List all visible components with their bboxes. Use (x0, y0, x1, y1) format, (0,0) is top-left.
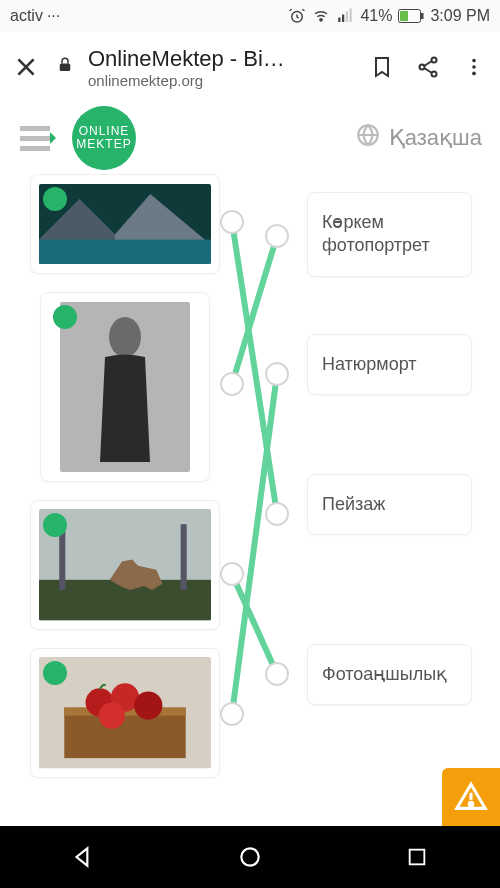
svg-point-14 (472, 65, 476, 69)
match-node-left-1[interactable] (220, 210, 244, 234)
page-title: OnlineMektep - Bi… (88, 46, 352, 72)
carrier-label: activ (10, 7, 43, 25)
battery-icon (398, 9, 424, 23)
match-node-left-4[interactable] (220, 702, 244, 726)
status-more: ··· (47, 7, 60, 25)
svg-point-15 (472, 72, 476, 76)
match-node-left-2[interactable] (220, 372, 244, 396)
warning-button[interactable] (442, 768, 500, 826)
svg-point-41 (99, 703, 125, 729)
signal-icon (336, 7, 354, 25)
svg-rect-33 (59, 530, 65, 591)
page-domain: onlinemektep.org (88, 72, 352, 89)
share-button[interactable] (412, 51, 444, 83)
app-logo[interactable]: ONLINE MEKTEP (72, 106, 136, 170)
language-label: Қазақша (389, 125, 482, 151)
match-label-wildlife[interactable]: Фотоаңшылық (307, 644, 472, 705)
svg-rect-28 (39, 239, 211, 264)
svg-line-22 (232, 236, 277, 384)
clock-label: 3:09 PM (430, 7, 490, 25)
svg-rect-18 (20, 146, 50, 151)
browser-menu-button[interactable] (458, 51, 490, 83)
svg-rect-44 (409, 850, 424, 865)
lock-icon (56, 56, 74, 78)
svg-point-40 (134, 692, 162, 720)
nav-home-button[interactable] (230, 837, 270, 877)
match-label-landscape[interactable]: Пейзаж (307, 474, 472, 535)
svg-point-42 (469, 802, 472, 805)
svg-rect-17 (20, 136, 50, 141)
matching-exercise: Көркем фотопортрет Натюрморт Пейзаж Фото… (0, 174, 500, 814)
logo-text-2: MEKTEP (76, 138, 131, 151)
bilimland-badge-icon (53, 305, 77, 329)
match-label-stilllife[interactable]: Натюрморт (307, 334, 472, 395)
match-node-right-2[interactable] (265, 362, 289, 386)
globe-icon (355, 122, 381, 154)
svg-point-1 (320, 19, 322, 21)
match-label-text: Фотоаңшылық (322, 663, 447, 686)
bookmark-button[interactable] (366, 51, 398, 83)
svg-rect-5 (350, 9, 352, 23)
svg-point-30 (109, 317, 141, 357)
android-navbar (0, 826, 500, 888)
svg-line-23 (232, 574, 277, 674)
match-label-text: Көркем фотопортрет (322, 211, 457, 258)
bilimland-badge-icon (43, 661, 67, 685)
svg-rect-2 (339, 18, 341, 23)
app-header: ONLINE MEKTEP Қазақша (0, 102, 500, 174)
svg-point-13 (472, 59, 476, 63)
match-image-stilllife[interactable] (30, 648, 220, 778)
svg-rect-3 (342, 15, 344, 23)
close-button[interactable] (10, 51, 42, 83)
match-label-text: Пейзаж (322, 493, 385, 516)
nav-back-button[interactable] (63, 837, 103, 877)
alarm-icon (288, 7, 306, 25)
svg-rect-8 (400, 11, 408, 21)
match-image-landscape[interactable] (30, 174, 220, 274)
bilimland-badge-icon (43, 187, 67, 211)
menu-button[interactable] (18, 118, 58, 158)
match-image-wildlife[interactable] (30, 500, 220, 630)
battery-pct: 41% (360, 7, 392, 25)
svg-rect-9 (60, 64, 71, 72)
svg-marker-19 (50, 132, 56, 144)
svg-point-43 (241, 848, 258, 865)
svg-rect-16 (20, 126, 50, 131)
language-switcher[interactable]: Қазақша (355, 122, 482, 154)
wifi-icon (312, 7, 330, 25)
svg-rect-34 (181, 525, 187, 591)
match-label-text: Натюрморт (322, 353, 417, 376)
android-statusbar: activ ··· 41% 3:09 PM (0, 0, 500, 32)
svg-rect-4 (346, 12, 348, 23)
match-node-right-3[interactable] (265, 502, 289, 526)
browser-bar: OnlineMektep - Bi… onlinemektep.org (0, 32, 500, 102)
page-content: ONLINE MEKTEP Қазақша (0, 102, 500, 826)
match-label-portrait[interactable]: Көркем фотопортрет (307, 192, 472, 277)
match-node-right-4[interactable] (265, 662, 289, 686)
nav-recent-button[interactable] (397, 837, 437, 877)
match-node-left-3[interactable] (220, 562, 244, 586)
match-node-right-1[interactable] (265, 224, 289, 248)
bilimland-badge-icon (43, 513, 67, 537)
svg-rect-7 (421, 13, 424, 19)
thumb-portrait-icon (60, 302, 190, 472)
match-image-portrait[interactable] (40, 292, 210, 482)
